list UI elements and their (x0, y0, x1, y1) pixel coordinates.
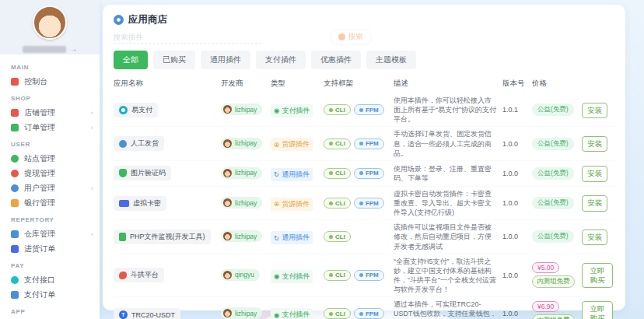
logout-icon[interactable]: → (70, 45, 78, 53)
sidebar-item-bank[interactable]: 银行管理 (11, 195, 100, 210)
site-icon (11, 155, 19, 163)
developer-badge: lizhipay (221, 167, 262, 179)
sidebar-item-label: 控制台 (24, 76, 47, 87)
app-description: 虚拟卡密自动发货插件：卡密查重改查、导入导出、超大卡密文件导入(支持亿行级) (394, 189, 498, 217)
developer-avatar (223, 139, 232, 148)
sidebar-menu: MAIN 控制台 SHOP 店铺管理 ‹ 订单管理 ‹ USER 站点管理 提现… (0, 54, 100, 319)
buy-button[interactable]: 立即购买 (582, 301, 613, 319)
price-free-badge: 公益(免费) (532, 138, 574, 150)
col-developer: 开发商 (221, 79, 266, 89)
developer-badge: lizhipay (221, 103, 262, 115)
sidebar-item-shop[interactable]: 店铺管理 ‹ (11, 105, 100, 120)
sidebar: → MAIN 控制台 SHOP 店铺管理 ‹ 订单管理 ‹ USER 站点管理 … (0, 0, 100, 319)
table-row: 虚拟卡密 lizhipay ⊕货源插件 CLIFPM 虚拟卡密自动发货插件：卡密… (114, 187, 614, 220)
cli-badge: CLI (324, 308, 351, 319)
app-version: 1.0.0 (502, 140, 527, 148)
tab-discount-plugins[interactable]: 优惠插件 (311, 51, 361, 69)
app-description: 手动选择订单发货、固定发货信息，适合一些必须人工完成的商品。 (394, 129, 498, 157)
install-button[interactable]: 安装 (582, 195, 607, 211)
common-type-icon: ↻ (274, 170, 279, 178)
type-badge: ↻通用插件 (271, 168, 313, 181)
menu-group-pay: PAY (11, 262, 100, 269)
install-button[interactable]: 安装 (582, 230, 607, 245)
tab-all[interactable]: 全部 (114, 51, 148, 69)
warehouse-icon (11, 230, 19, 238)
shop-icon (11, 109, 19, 117)
sidebar-item-users[interactable]: 用户管理 ‹ (11, 181, 100, 195)
developer-avatar (223, 105, 232, 114)
app-name-badge: 易支付 (114, 103, 158, 117)
price-free-badge: 公益(免费) (532, 167, 574, 180)
orders-icon (11, 124, 19, 131)
tab-pay-plugins[interactable]: 支付插件 (256, 51, 306, 69)
developer-avatar (223, 169, 232, 177)
sidebar-item-label: 提现管理 (24, 168, 55, 179)
pay-type-icon: ◉ (274, 107, 279, 114)
sidebar-item-pay-orders[interactable]: 支付订单 (11, 287, 100, 302)
sidebar-item-orders[interactable]: 订单管理 ‹ (11, 120, 100, 135)
app-name-badge: PHP文件监视(开发工具) (114, 230, 211, 244)
cli-badge: CLI (324, 231, 351, 242)
sidebar-item-withdraw[interactable]: 提现管理 (11, 166, 100, 181)
menu-group-user: USER (11, 141, 100, 148)
sidebar-item-label: 店铺管理 (24, 107, 55, 118)
app-description: 该插件可以监视项目文件是否被修改，然后自动重启项目，方便开发者无感调试 (394, 223, 498, 251)
table-row: PHP文件监视(开发工具) lizhipay ↻通用插件 CLI 该插件可以监视… (114, 220, 614, 254)
sidebar-item-site[interactable]: 站点管理 (11, 151, 100, 166)
cli-badge: CLI (324, 198, 351, 209)
developer-badge: lizhipay (221, 197, 262, 209)
col-type: 类型 (271, 79, 319, 89)
sidebar-item-pay-api[interactable]: 支付接口 (11, 272, 100, 287)
menu-group-shop: SHOP (11, 95, 100, 102)
fpm-badge: FPM (354, 168, 384, 179)
type-badge: ⊕货源插件 (271, 138, 313, 151)
card-icon (119, 200, 129, 207)
table-row: 斗拱平台 qingyu ◉支付插件 CLIFPM “全面支持H5支付”，取法斗拱… (114, 254, 614, 298)
app-description: 通过本插件，可实现TRC20-USDT钱包收款，支持任意钱包，且无需任何挂机，启… (394, 300, 498, 319)
chevron-left-icon: ‹ (91, 109, 93, 117)
sidebar-item-label: 支付接口 (24, 275, 55, 286)
pay-api-icon (11, 276, 19, 284)
search-icon (338, 33, 345, 40)
cli-badge: CLI (324, 104, 351, 115)
sidebar-item-label: 用户管理 (24, 183, 55, 194)
table-row: 图片验证码 lizhipay ↻通用插件 CLIFPM 使用场景：登录、注册、重… (114, 161, 614, 187)
pay-circle-icon (119, 106, 128, 114)
app-version: 1.0.1 (502, 106, 527, 114)
app-version: 1.0.0 (502, 272, 527, 279)
app-version: 1.0.0 (502, 310, 527, 317)
tab-purchased[interactable]: 已购买 (153, 51, 195, 69)
menu-group-repertory: REPERTORY (11, 216, 100, 223)
buy-button[interactable]: 立即购买 (582, 263, 613, 289)
search-input[interactable] (114, 31, 261, 44)
sidebar-item-purchase[interactable]: 进货订单 (11, 241, 100, 256)
common-type-icon: ↻ (274, 234, 279, 242)
price-paid-badge: ¥6.90 (532, 301, 559, 312)
sidebar-item-warehouse[interactable]: 仓库管理 ‹ (11, 226, 100, 241)
price-paid-badge: ¥5.00 (532, 262, 559, 273)
menu-group-main: MAIN (11, 64, 100, 71)
fpm-badge: FPM (354, 104, 384, 115)
developer-badge: qingyu (221, 269, 260, 281)
sidebar-item-label: 银行管理 (24, 198, 55, 209)
dashboard-icon (11, 78, 19, 86)
app-description: “全面支持H5支付”，取法斗拱之妙，建立中国支付体系的基础构件，“斗拱平台”一个… (394, 257, 498, 295)
search-button[interactable]: 搜索 (330, 30, 372, 44)
price-free-badge: 公益(免费) (532, 197, 574, 209)
tab-theme-templates[interactable]: 主题模板 (366, 51, 416, 69)
type-badge: ◉支付插件 (271, 104, 313, 117)
app-version: 1.0.0 (502, 199, 527, 207)
type-badge: ↻通用插件 (271, 231, 313, 244)
app-name-badge: 人工发货 (114, 136, 164, 151)
app-name-badge: 斗拱平台 (114, 268, 164, 282)
sidebar-item-dashboard[interactable]: 控制台 (11, 74, 100, 89)
install-button[interactable]: 安装 (582, 103, 607, 118)
tab-common-plugins[interactable]: 通用插件 (201, 51, 250, 69)
install-button[interactable]: 安装 (582, 136, 607, 152)
page-title: 应用商店 (128, 13, 167, 26)
app-store-icon (114, 15, 124, 25)
table-header: 应用名称 开发商 类型 支持框架 描述 版本号 价格 (114, 76, 614, 93)
table-row: TTRC20-USDT lizhipay ◉支付插件 CLIFPM 通过本插件，… (114, 297, 614, 319)
install-button[interactable]: 安装 (582, 166, 607, 181)
sidebar-item-label: 仓库管理 (24, 229, 55, 240)
